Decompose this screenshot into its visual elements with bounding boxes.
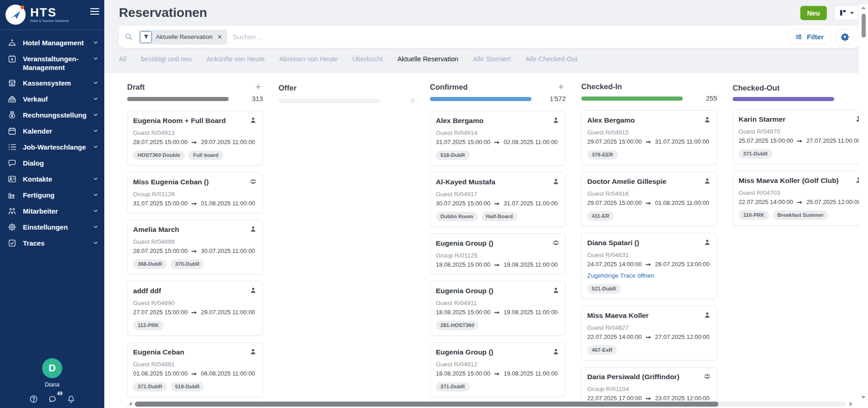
scroll-right-arrow[interactable] — [850, 402, 852, 406]
sidebar-item-kontakte[interactable]: Kontakte — [0, 171, 104, 187]
card-checkout-datetime: 19.08.2025 11:00:00 — [504, 308, 557, 317]
app-logo: HTS Hotel & Tourism Solutions — [0, 0, 104, 30]
card-guest-name: Alex Bergamo — [436, 116, 483, 125]
room-tag: 371-DubR — [739, 149, 772, 159]
reservation-card[interactable]: Alex BergamoGuest R/0491529.07.2025 15:0… — [581, 110, 717, 165]
card-dates: 27.07.2025 15:00:0029.07.2025 11:00:00 — [133, 308, 257, 317]
room-tag: 376-EER — [587, 150, 618, 160]
active-filter-chip[interactable]: Aktuelle Reservation — [139, 30, 227, 44]
column-title: Draft — [127, 83, 145, 91]
person-icon — [249, 116, 257, 124]
reservation-card[interactable]: Miss Eugenia Ceban ()Group R/0112631.07.… — [127, 172, 263, 213]
chevron-down-icon — [92, 224, 99, 230]
card-checkin-datetime: 18.08.2025 15:00:00 — [436, 370, 490, 378]
column-cards: Karin StarmerGuest R/0487025.07.2025 15:… — [733, 109, 868, 225]
card-reference: Guest R/04890 — [133, 299, 257, 307]
sidebar-item-label: Fertigung — [23, 190, 86, 199]
tab-abreisen-von-heute[interactable]: Abreisen von Heute — [279, 55, 338, 68]
chevron-down-icon — [92, 192, 99, 198]
column-progress-bar — [581, 97, 683, 101]
card-dates: 31.07.2025 15:00:0002.08.2025 11:00:00 — [436, 138, 560, 146]
new-reservation-button[interactable]: Neu — [800, 6, 827, 20]
sidebar-item-mitarbeiter[interactable]: Mitarbeiter — [0, 203, 104, 219]
column-title: Confirmed — [430, 83, 468, 91]
sidebar-item-veranstaltungen-management[interactable]: Veranstaltungen-Management — [0, 51, 104, 75]
arrow-right-icon — [191, 309, 198, 316]
settings-gear-button[interactable] — [836, 29, 853, 45]
sidebar-item-rechnungsstellung[interactable]: Rechnungsstellung — [0, 107, 104, 123]
card-reference: Guest R/04899 — [133, 238, 257, 246]
page-header: Reservationen Neu — [104, 0, 868, 20]
reservation-card[interactable]: Diana Spatari ()Guest R/0483124.07.2025 … — [581, 233, 717, 299]
sidebar-item-traces[interactable]: Traces — [0, 235, 104, 251]
sidebar-item-verkauf[interactable]: Verkauf — [0, 91, 104, 107]
card-dates: 25.07.2025 15:00:0027.07.2025 11:00:00 — [739, 137, 863, 145]
horizontal-scroll-track[interactable] — [135, 402, 847, 407]
tab-berbucht[interactable]: Überbucht — [352, 55, 383, 68]
arrow-right-icon — [191, 248, 198, 255]
chevron-down-icon — [92, 176, 99, 182]
reservation-card[interactable]: Eugenia Group ()Guest R/0491218.08.2025 … — [430, 342, 566, 397]
scroll-up-arrow[interactable] — [861, 6, 866, 9]
card-reference: Guest R/04911 — [436, 299, 560, 307]
sidebar-item-hotel-management[interactable]: Hotel Management — [0, 35, 104, 51]
tab-alle-storniert[interactable]: Alle Storniert — [473, 55, 511, 68]
reservation-card[interactable]: Eugenia Group ()Guest R/0491118.08.2025 … — [430, 281, 566, 336]
brand-name: HTS — [30, 6, 69, 18]
scroll-left-arrow[interactable] — [129, 402, 132, 406]
sidebar-item-dialog[interactable]: Dialog — [0, 155, 104, 171]
reservation-card[interactable]: Doctor Amelie GillespieGuest R/0491629.0… — [581, 172, 717, 226]
horizontal-scroll-thumb[interactable] — [135, 402, 718, 407]
scroll-down-arrow[interactable] — [861, 396, 866, 399]
sidebar-item-einstellungen[interactable]: Einstellungen — [0, 219, 104, 235]
chat-icon[interactable]: 49 — [48, 395, 57, 403]
reservation-card[interactable]: Eugenia CebanGuest R/0489101.08.2025 15:… — [127, 342, 263, 397]
reservation-card[interactable]: Eugenia Group ()Group R/0112518.08.2025 … — [430, 233, 566, 274]
tab-all[interactable]: All — [119, 55, 126, 68]
calendar-star-icon — [7, 54, 17, 64]
tab-alle-checked-out[interactable]: Alle Checked-Out — [525, 55, 578, 68]
reservation-card[interactable]: Alex BergamoGuest R/0491431.07.2025 15:0… — [430, 111, 566, 166]
group-icon — [552, 239, 560, 247]
tab-aktuelle-reservation[interactable]: Aktuelle Reservation — [397, 55, 458, 68]
reservation-card[interactable]: Miss Maeva Koller (Golf Club)Guest R/047… — [733, 171, 868, 225]
room-tag: 281-HOST360 — [436, 321, 479, 330]
sidebar-item-fertigung[interactable]: Fertigung — [0, 187, 104, 203]
bell-icon[interactable] — [67, 395, 75, 403]
room-tag: 110-PRK — [739, 210, 769, 220]
search-input[interactable] — [233, 33, 782, 41]
sidebar-item-kassensystem[interactable]: Kassensystem — [0, 75, 104, 91]
chevron-down-icon — [92, 112, 99, 118]
sidebar-item-label: Kontakte — [23, 174, 86, 183]
filter-button[interactable]: Filter — [788, 29, 830, 44]
menu-toggle-icon[interactable] — [90, 6, 99, 16]
sidebar-item-job-warteschlange[interactable]: Job-Warteschlange — [0, 139, 104, 155]
close-icon[interactable] — [217, 34, 223, 40]
reservation-card[interactable]: Eugenia Room + Full BoardGuest R/0491328… — [127, 111, 263, 166]
reservation-card[interactable]: addf ddfGuest R/0489027.07.2025 15:00:00… — [127, 281, 263, 336]
open-trace-link[interactable]: Zugehörige Trace öffnen — [587, 272, 711, 280]
card-reference: Guest R/04827 — [587, 324, 711, 332]
kanban-board: Draft+313Eugenia Room + Full BoardGuest … — [104, 73, 868, 408]
user-name: Diana — [45, 381, 60, 388]
page-title: Reservationen — [119, 5, 207, 20]
card-reference: Group R/01125 — [436, 252, 560, 260]
add-card-button[interactable]: + — [253, 82, 263, 91]
search-toolbar: Aktuelle Reservation Filter — [119, 26, 859, 48]
vertical-scroll-thumb[interactable] — [862, 14, 866, 38]
user-avatar[interactable]: D — [42, 358, 62, 378]
reservation-card[interactable]: Karin StarmerGuest R/0487025.07.2025 15:… — [733, 109, 868, 164]
reservation-card[interactable]: Amelia MarchGuest R/0489928.07.2025 15:0… — [127, 220, 263, 274]
help-icon[interactable] — [29, 395, 38, 403]
view-switcher-button[interactable] — [834, 5, 859, 20]
reservation-card[interactable]: Al-Kayed MustafaGuest R/0491730.07.2025 … — [430, 172, 566, 227]
sidebar-item-kalender[interactable]: Kalender — [0, 123, 104, 139]
column-progress-bar — [279, 99, 380, 103]
reservation-card[interactable]: Miss Maeva KollerGuest R/0482722.07.2025… — [581, 306, 717, 360]
add-card-button[interactable]: + — [556, 82, 566, 91]
tab-best-tigt-und-neu[interactable]: bestätigt und neu — [141, 55, 192, 68]
tab-ank-nfte-von-heute[interactable]: Ankünfte von Heute — [206, 55, 264, 68]
person-icon — [552, 286, 560, 294]
column-count: 1'572 — [537, 95, 566, 102]
column-checked-out: Checked-OutKarin StarmerGuest R/0487025.… — [733, 82, 868, 408]
